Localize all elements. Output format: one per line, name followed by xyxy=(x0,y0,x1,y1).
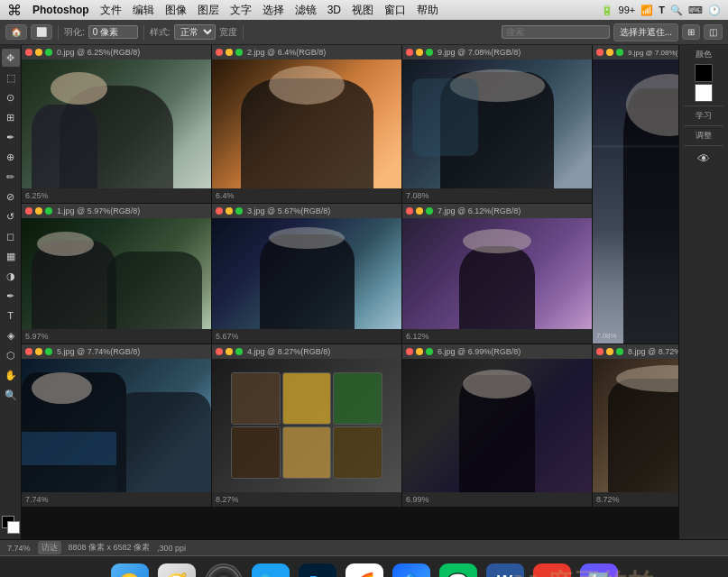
close-btn-tr[interactable] xyxy=(596,49,604,56)
dock-finder[interactable]: 😊 xyxy=(109,562,151,578)
photo-window-4[interactable]: 4.jpg @ 8.27%(RGB/8) xyxy=(212,344,401,507)
menu-help[interactable]: 帮助 xyxy=(417,3,438,18)
menu-view[interactable]: 视图 xyxy=(352,3,373,18)
search-input[interactable] xyxy=(502,25,610,39)
select-mask-button[interactable]: 选择并遮住... xyxy=(613,23,678,41)
dock-transfer[interactable]: 🔄 xyxy=(578,562,620,578)
photo-window-0[interactable]: 0.jpg @ 6.25%(RGB/8) 6.25% xyxy=(22,45,211,203)
min-btn-0[interactable] xyxy=(35,49,42,56)
max-btn-5[interactable] xyxy=(45,348,52,355)
dock-photoshop[interactable]: Ps xyxy=(297,562,338,578)
zoom-display: 7.74% xyxy=(7,544,31,553)
menu-layer[interactable]: 图层 xyxy=(198,3,219,18)
background-color[interactable] xyxy=(7,521,20,534)
photo-window-3[interactable]: 3.jpg @ 5.67%(RGB/8) 5.67% xyxy=(212,204,401,343)
max-btn-6[interactable] xyxy=(426,348,433,355)
photo-window-8[interactable]: 8.jpg @ 8.72%(RGB/8) 8.72% xyxy=(593,344,678,507)
brush-tool[interactable]: ✏ xyxy=(2,168,20,186)
clone-tool[interactable]: ⊘ xyxy=(2,188,20,206)
menu-window[interactable]: 窗口 xyxy=(384,3,406,18)
menu-edit[interactable]: 编辑 xyxy=(133,3,154,18)
close-btn-0[interactable] xyxy=(25,49,32,56)
min-btn-tr[interactable] xyxy=(606,49,613,56)
crop-tool[interactable]: ⊞ xyxy=(2,108,20,126)
max-btn-2[interactable] xyxy=(235,49,243,56)
hand-tool[interactable]: ✋ xyxy=(2,366,20,384)
pen-tool[interactable]: ✒ xyxy=(2,287,20,305)
view-toggle-button[interactable]: ⊞ xyxy=(682,24,700,40)
eyedropper-tool[interactable]: ✒ xyxy=(2,128,20,146)
min-btn-4[interactable] xyxy=(226,348,233,355)
home-button[interactable]: 🏠 xyxy=(5,24,27,40)
max-btn-7[interactable] xyxy=(426,207,433,215)
menu-text[interactable]: 文字 xyxy=(230,3,252,18)
min-btn-2[interactable] xyxy=(226,49,233,56)
close-btn-5[interactable] xyxy=(25,348,32,355)
min-btn-6[interactable] xyxy=(416,348,423,355)
min-btn-5[interactable] xyxy=(35,348,42,355)
dock-wechat[interactable]: 💬 xyxy=(438,562,479,578)
photo-window-7[interactable]: 7.jpg @ 6.12%(RGB/8) 6.12% xyxy=(402,204,592,343)
apple-icon[interactable]: ⌘ xyxy=(7,2,22,19)
close-btn-1[interactable] xyxy=(25,207,32,215)
menu-3d[interactable]: 3D xyxy=(327,4,341,16)
dock-safari[interactable]: 🧭 xyxy=(156,562,198,578)
gradient-tool[interactable]: ▦ xyxy=(2,247,20,265)
max-btn-tr[interactable] xyxy=(616,49,623,56)
eraser-tool[interactable]: ◻ xyxy=(2,227,20,245)
close-btn-4[interactable] xyxy=(216,348,223,355)
shape-tool[interactable]: ⬡ xyxy=(2,346,20,364)
close-btn-3[interactable] xyxy=(216,207,223,215)
max-btn-3[interactable] xyxy=(235,207,243,215)
min-btn-3[interactable] xyxy=(226,207,233,215)
close-btn-9[interactable] xyxy=(406,49,413,56)
arrange-button[interactable]: ◫ xyxy=(704,24,723,40)
dock-twitter[interactable]: 🐦 xyxy=(250,562,291,578)
path-tool[interactable]: ◈ xyxy=(2,326,20,344)
close-btn-8[interactable] xyxy=(596,348,604,355)
max-btn-4[interactable] xyxy=(235,348,243,355)
photo-window-9[interactable]: 9.jpg @ 7.08%(RGB/8) 7.08% xyxy=(402,45,592,203)
dock-word[interactable]: W xyxy=(484,562,526,578)
foreground-swatch[interactable] xyxy=(695,64,713,82)
photo-window-5[interactable]: 5.jpg @ 7.74%(RGB/8) 7.74% xyxy=(22,344,211,507)
min-btn-9[interactable] xyxy=(416,49,423,56)
menu-select[interactable]: 选择 xyxy=(263,3,284,18)
max-btn-9[interactable] xyxy=(426,49,433,56)
menu-image[interactable]: 图像 xyxy=(165,3,187,18)
move-tool[interactable]: ✥ xyxy=(2,49,20,67)
min-btn-1[interactable] xyxy=(35,207,42,215)
dock-chrome[interactable]: 🌈 xyxy=(344,562,385,578)
menu-file[interactable]: 文件 xyxy=(100,3,122,18)
dock-music[interactable] xyxy=(203,562,244,578)
text-tool[interactable]: T xyxy=(2,307,20,325)
dodge-tool[interactable]: ◑ xyxy=(2,267,20,285)
feather-input[interactable] xyxy=(88,25,138,39)
search-icon[interactable]: 🔍 xyxy=(670,5,683,16)
menu-filter[interactable]: 滤镜 xyxy=(295,3,317,18)
photo-window-6[interactable]: 6.jpg @ 6.99%(RGB/8) 6.99% xyxy=(402,344,592,507)
photo-window-2[interactable]: 2.jpg @ 6.4%(RGB/8) 6.4% xyxy=(212,45,401,203)
photo-window-top-right[interactable]: 9.jpg @ 7.08%(RGB/8) 7.08% xyxy=(593,45,678,343)
max-btn-8[interactable] xyxy=(616,348,623,355)
select-tool[interactable]: ⬚ xyxy=(2,69,20,87)
close-btn-7[interactable] xyxy=(406,207,413,215)
close-btn-2[interactable] xyxy=(216,49,223,56)
lasso-tool[interactable]: ⊙ xyxy=(2,88,20,106)
history-tool[interactable]: ↺ xyxy=(2,207,20,225)
min-btn-7[interactable] xyxy=(416,207,423,215)
max-btn-1[interactable] xyxy=(45,207,52,215)
dock-xmind[interactable]: ✂ xyxy=(531,562,573,578)
rect-select-button[interactable]: ⬜ xyxy=(31,24,52,40)
visibility-toggle[interactable]: 👁 xyxy=(695,150,713,168)
dock-lark[interactable]: 🔷 xyxy=(391,562,432,578)
photo-window-1[interactable]: 1.jpg @ 5.97%(RGB/8) 5.97% xyxy=(22,204,211,343)
background-swatch[interactable] xyxy=(695,84,713,102)
style-select[interactable]: 正常 xyxy=(174,24,216,40)
heal-tool[interactable]: ⊕ xyxy=(2,148,20,166)
zoom-tool[interactable]: 🔍 xyxy=(2,386,20,404)
min-btn-8[interactable] xyxy=(606,348,613,355)
photo-2-content xyxy=(212,60,401,188)
max-btn-0[interactable] xyxy=(45,49,52,56)
close-btn-6[interactable] xyxy=(406,348,413,355)
